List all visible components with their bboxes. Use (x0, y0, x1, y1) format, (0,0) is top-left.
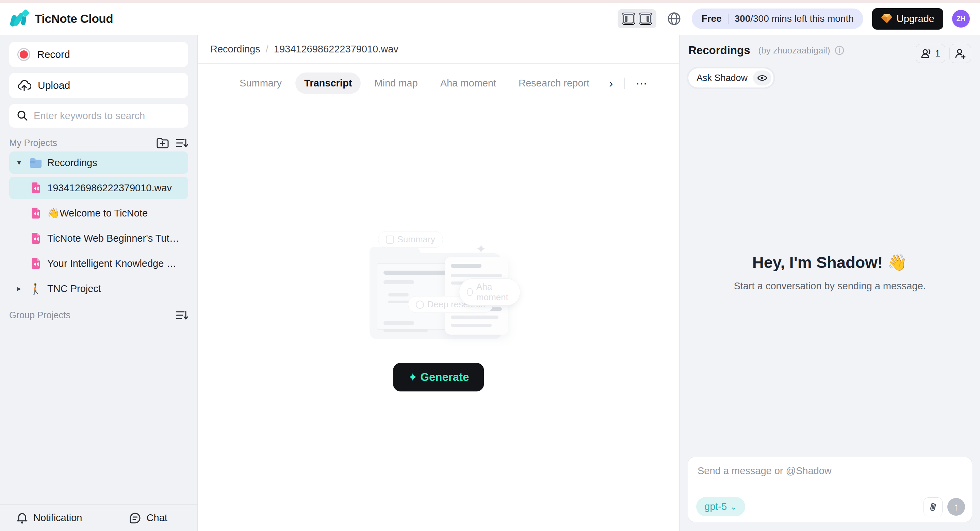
sort-icon (175, 137, 188, 149)
brand[interactable]: TicNote Cloud (10, 10, 113, 28)
chat-header-divider (688, 95, 971, 95)
audio-icon (29, 232, 43, 244)
upload-cloud-icon (18, 79, 31, 92)
project-item-label: 1934126986222379010.wav (47, 182, 172, 194)
illustration-summary-tag: Summary (378, 231, 443, 248)
illustration-aha-moment-tag: Aha moment (459, 278, 520, 306)
chat-header: Recordings (by zhuozaabigail) (679, 35, 980, 95)
caret-down-icon[interactable]: ▾ (14, 158, 24, 167)
tabs-more-button[interactable]: ⋯ (633, 77, 651, 90)
notification-button[interactable]: Notification (0, 505, 99, 531)
my-projects-section: My Projects (9, 136, 188, 150)
sort-group-projects-button[interactable] (175, 309, 188, 321)
send-message-button[interactable]: ↑ (947, 498, 965, 516)
audio-file-icon (30, 232, 41, 244)
user-avatar[interactable]: ZH (952, 10, 970, 27)
project-item-label: TicNote Web Beginner's Tutorial (47, 233, 183, 244)
window-top-strip (0, 0, 980, 3)
chat-bubble-icon (129, 512, 141, 524)
tabs-row: SummaryTranscriptMind mapAha momentResea… (231, 72, 679, 94)
folder-icon (29, 157, 42, 168)
project-item-label: TNC Project (47, 283, 101, 295)
model-selector[interactable]: gpt-5 ⌄ (696, 497, 745, 517)
project-list-item[interactable]: TicNote Web Beginner's Tutorial (9, 227, 188, 249)
new-project-button[interactable] (156, 137, 169, 149)
my-projects-label: My Projects (9, 138, 57, 148)
tab-summary[interactable]: Summary (231, 72, 291, 94)
project-list-item[interactable]: ▾ Recordings (9, 151, 188, 174)
members-icon (921, 48, 932, 59)
brand-name: TicNote Cloud (35, 12, 113, 26)
caret-right-icon[interactable]: ▸ (14, 284, 24, 293)
globe-icon (667, 11, 682, 26)
audio-icon (29, 257, 43, 269)
upload-label: Upload (38, 80, 70, 91)
invite-member-button[interactable] (950, 44, 971, 63)
project-list-item[interactable]: 👋Welcome to TicNote (9, 202, 188, 224)
ticnote-logo-icon (10, 10, 30, 28)
record-label: Record (37, 49, 70, 60)
tab-mind-map[interactable]: Mind map (366, 72, 426, 94)
summary-doc-icon (386, 236, 394, 244)
audio-file-icon (30, 257, 41, 269)
info-icon[interactable] (834, 45, 845, 56)
chat-title: Recordings (688, 44, 750, 57)
tab-transcript[interactable]: Transcript (295, 72, 361, 94)
app-header: TicNote Cloud (0, 3, 980, 35)
audio-icon (29, 182, 43, 194)
deep-research-icon (416, 301, 424, 309)
generate-button[interactable]: ✦ Generate (393, 363, 484, 391)
language-globe-button[interactable] (665, 10, 683, 27)
upload-button[interactable]: Upload (9, 73, 188, 98)
usage-text: 300/300 mins left this month (735, 13, 854, 24)
toggle-right-panel-button[interactable] (639, 13, 652, 25)
project-list-item[interactable]: 1934126986222379010.wav (9, 177, 188, 199)
attach-file-button[interactable] (924, 497, 943, 517)
project-list-item[interactable]: ▸ 🚶 TNC Project (9, 277, 188, 300)
chat-input-card: gpt-5 ⌄ ↑ (688, 457, 972, 522)
record-icon (18, 48, 30, 61)
project-list: ▾ Recordings 1934126986222379010.wav 👋We… (9, 151, 188, 300)
aha-moment-icon (467, 288, 473, 296)
app-root: TicNote Cloud (0, 0, 980, 531)
project-item-label: Recordings (47, 157, 97, 169)
tab-aha-moment[interactable]: Aha moment (431, 72, 505, 94)
plan-label: Free (701, 13, 721, 24)
greeting-title: Hey, I'm Shadow! 👋 (679, 253, 980, 272)
project-item-label: Your Intelligent Knowledge Hub (47, 258, 183, 269)
search-box (9, 104, 188, 128)
sort-projects-button[interactable] (175, 137, 188, 149)
plan-separator (728, 14, 729, 24)
group-projects-section: Group Projects (9, 308, 188, 322)
chat-panel: Recordings (by zhuozaabigail) (679, 35, 980, 531)
sparkle-icon: ✦ (408, 370, 418, 384)
chevron-down-icon: ⌄ (730, 502, 737, 512)
breadcrumb-current: 1934126986222379010.wav (274, 43, 398, 55)
sort-icon (175, 309, 188, 321)
visibility-pill[interactable] (753, 70, 772, 85)
ask-shadow-label: Ask Shadow (697, 73, 748, 83)
plan-usage-pill[interactable]: Free 300/300 mins left this month (692, 8, 863, 29)
sidebar: Record Upload My Projects (0, 35, 198, 531)
breadcrumb-parent[interactable]: Recordings (210, 43, 260, 55)
toggle-left-panel-button[interactable] (622, 13, 635, 25)
main-panel: Recordings / 1934126986222379010.wav Sum… (198, 35, 679, 531)
upgrade-button[interactable]: Upgrade (872, 8, 943, 30)
paperclip-icon (928, 501, 938, 512)
search-icon (17, 110, 28, 121)
members-count: 1 (935, 48, 940, 59)
tabs-scroll-right-button[interactable]: › (606, 77, 616, 90)
folder-plus-icon (156, 137, 169, 149)
tab-research-report[interactable]: Research report (510, 72, 598, 94)
arrow-up-icon: ↑ (954, 501, 959, 513)
project-list-item[interactable]: Your Intelligent Knowledge Hub (9, 252, 188, 275)
search-input[interactable] (34, 110, 181, 121)
chat-button[interactable]: Chat (99, 505, 198, 531)
person-add-icon (955, 48, 966, 59)
record-button[interactable]: Record (9, 42, 188, 67)
members-button[interactable]: 1 (916, 44, 945, 63)
chat-message-input[interactable] (698, 465, 964, 489)
eye-icon (757, 74, 767, 82)
gem-icon (881, 13, 892, 24)
ask-shadow-toggle[interactable]: Ask Shadow (688, 69, 773, 88)
